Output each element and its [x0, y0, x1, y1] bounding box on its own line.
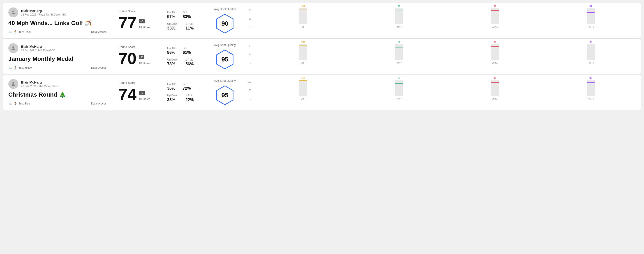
gir-value: 72%	[183, 86, 191, 91]
round-title: January Monthly Medal	[8, 55, 106, 62]
round-card: Blair McHarg 29 Jan 2022 · Mill Ride GCC…	[3, 38, 641, 74]
bar-wrapper	[395, 80, 403, 96]
round-score-label: Round Score	[118, 9, 156, 13]
left-section: Blair McHarg 12 Feb 2022 · Royal North D…	[8, 7, 112, 34]
quality-section: Avg Shot Quality 95	[207, 79, 243, 105]
fw-hit-value: 86%	[167, 50, 176, 55]
user-header: Blair McHarg 12 Feb 2022 · Royal North D…	[8, 7, 106, 17]
quality-section: Avg Shot Quality 95	[207, 43, 243, 70]
svg-point-4	[12, 82, 14, 84]
bar-wrapper	[587, 80, 595, 96]
data-source: Data: Arccos	[91, 66, 106, 69]
bag-icon: 🏌️	[14, 66, 17, 70]
bar-value: 110	[301, 77, 305, 79]
user-header: Blair McHarg 27 Dec 2021 · The Oxfordshi…	[8, 79, 106, 89]
chart-section: 100500 101 OTT 86 APP 96 ARG	[243, 43, 636, 70]
oneputt-value: 22%	[186, 98, 194, 102]
hexagon-container: 95	[215, 85, 235, 105]
bar-value: 98	[494, 5, 496, 8]
oneputt-label: 1 Putt	[186, 94, 194, 97]
fw-hit-label: FW Hit	[167, 82, 176, 86]
bar-group-app: 95 APP	[354, 5, 444, 28]
user-header: Blair McHarg 29 Jan 2022 · Mill Ride GCC	[8, 43, 106, 53]
user-name: Blair McHarg	[21, 80, 58, 84]
avg-quality-label: Avg Shot Quality	[214, 79, 236, 82]
stats-row-bottom: Up/Down 33% 1 Putt 22%	[167, 94, 201, 102]
chart-section: 100500 107 OTT 95 APP 98 ARG	[243, 7, 636, 34]
holes-label: 18 Holes	[139, 61, 150, 65]
bar-group-ott: 101 OTT	[258, 41, 348, 64]
gir-stat: GIR 61%	[183, 47, 191, 55]
cloud-icon: ☁️	[8, 66, 12, 70]
avatar	[8, 43, 18, 53]
big-score: 74	[118, 86, 136, 103]
quality-section: Avg Shot Quality 90	[207, 7, 243, 34]
avg-quality-label: Avg Shot Quality	[214, 43, 236, 47]
stats-row-top: FW Hit 57% GIR 83%	[167, 11, 201, 19]
updown-stat: Up/Down 33%	[167, 22, 178, 31]
bar-wrapper	[587, 8, 595, 24]
bar-value: 95	[398, 5, 400, 8]
fw-hit-stat: FW Hit 86%	[167, 47, 176, 55]
round-title: Christmas Round 🎄	[8, 91, 106, 98]
bar-group-app: 86 APP	[354, 41, 444, 64]
bar-group-app: 87 APP	[354, 77, 444, 100]
fw-hit-stat: FW Hit 36%	[167, 82, 176, 91]
footer-row: ☁️ 🏌️ Tee: Black Data: Arccos	[8, 30, 106, 34]
bag-icon: 🏌️	[14, 102, 17, 105]
bar-wrapper	[491, 44, 499, 60]
bag-icon: 🏌️	[14, 30, 17, 34]
updown-value: 33%	[167, 98, 178, 102]
oneputt-stat: 1 Putt 22%	[186, 94, 194, 102]
bar-value: 96	[494, 41, 496, 43]
big-score: 70	[118, 50, 136, 67]
big-score: 77	[118, 15, 136, 31]
footer-row: ☁️ 🏌️ Tee: Yellow Data: Arccos	[8, 66, 106, 70]
hex-score: 95	[221, 56, 228, 63]
bar-group-ott: 107 OTT	[258, 5, 348, 28]
score-section: Round Score 70 -2 18 Holes	[112, 43, 162, 70]
round-score-label: Round Score	[118, 45, 156, 49]
bar-wrapper	[395, 8, 403, 24]
bar-group-arg: 95 ARG	[450, 77, 540, 100]
oneputt-label: 1 Putt	[186, 58, 194, 61]
oneputt-value: 11%	[186, 26, 194, 31]
fw-hit-value: 36%	[167, 86, 176, 91]
updown-value: 78%	[167, 62, 178, 66]
score-row: 70 -2 18 Holes	[118, 50, 156, 67]
data-source: Data: Arccos	[91, 102, 106, 105]
bar-value: 87	[398, 77, 400, 79]
holes-label: 18 Holes	[139, 26, 150, 29]
score-row: 77 +5 18 Holes	[118, 15, 156, 31]
oneputt-label: 1 Putt	[186, 22, 194, 25]
user-info: Blair McHarg 27 Dec 2021 · The Oxfordshi…	[21, 80, 58, 88]
bar-value: 95	[494, 77, 496, 79]
left-section: Blair McHarg 27 Dec 2021 · The Oxfordshi…	[8, 79, 112, 105]
oneputt-stat: 1 Putt 11%	[186, 22, 194, 31]
user-info: Blair McHarg 29 Jan 2022 · Mill Ride GCC	[21, 45, 55, 52]
bar-value: 93	[590, 77, 592, 79]
user-info: Blair McHarg 12 Feb 2022 · Royal North D…	[21, 9, 66, 16]
y-axis-labels: 100500	[248, 9, 251, 28]
bar-value: 107	[301, 5, 305, 8]
gir-stat: GIR 83%	[183, 11, 191, 19]
score-badge: +2	[139, 91, 145, 95]
tee-info: ☁️ 🏌️ Tee: Black	[8, 30, 31, 34]
bar-group-putt: 93 PUTT	[546, 77, 636, 100]
updown-stat: Up/Down 33%	[167, 94, 178, 102]
bar-group-ott: 110 OTT	[258, 77, 348, 100]
score-badge: +5	[139, 19, 145, 23]
bar-wrapper	[299, 8, 307, 24]
tee-label: Tee: Blue	[19, 102, 30, 105]
bar-wrapper	[491, 8, 499, 24]
bar-value: 82	[590, 5, 592, 8]
gir-stat: GIR 72%	[183, 82, 191, 91]
updown-label: Up/Down	[167, 58, 178, 61]
score-section: Round Score 74 +2 18 Holes	[112, 79, 162, 105]
oneputt-stat: 1 Putt 56%	[186, 58, 194, 66]
cloud-icon: ☁️	[8, 102, 12, 105]
avatar	[8, 79, 18, 89]
round-title: 40 Mph Winds... Links Golf 🪃	[8, 20, 106, 26]
hexagon-container: 90	[215, 13, 235, 34]
bar-value: 86	[398, 41, 400, 43]
